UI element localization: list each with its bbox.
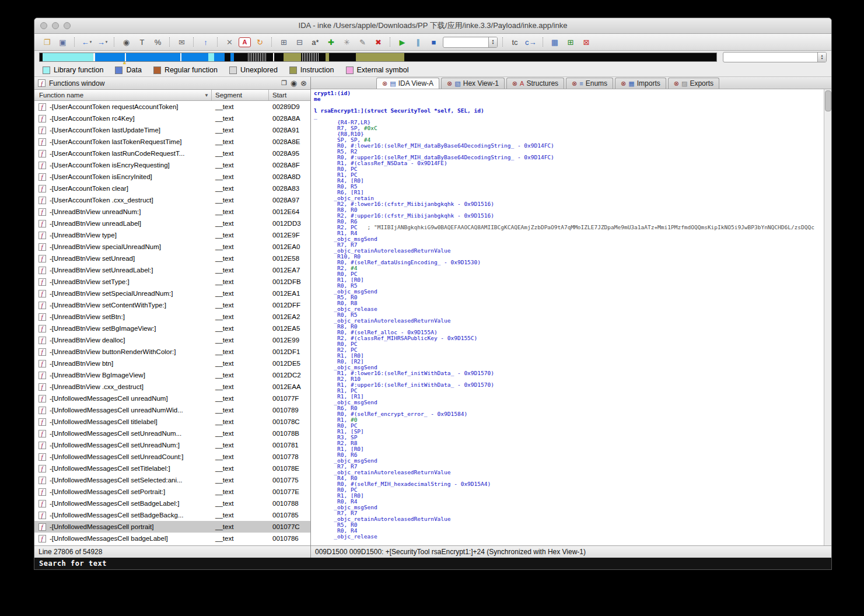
stepper-icon[interactable]: ▴▾ bbox=[488, 37, 497, 47]
edit-function-button[interactable]: ✎ bbox=[356, 36, 369, 48]
disasm-line[interactable]: R1, #(classRef_NSData - 0x9D14FE) bbox=[314, 160, 823, 166]
pause-button[interactable]: ∥ bbox=[411, 36, 425, 48]
jump-entry-button[interactable]: ✳ bbox=[340, 36, 354, 48]
xref-button[interactable]: ✕ bbox=[223, 36, 236, 48]
trace-button[interactable]: tc bbox=[508, 36, 522, 48]
disasm-line[interactable]: _objc_retainAutoreleasedReturnValue bbox=[314, 470, 823, 475]
produce-file-button[interactable]: ✉ bbox=[175, 36, 188, 48]
disasm-line[interactable]: R1, [R0] bbox=[314, 446, 823, 452]
function-row[interactable]: f-[UnreadBtnView .cxx_destruct]__text001… bbox=[34, 381, 310, 393]
zoom-button[interactable] bbox=[64, 22, 71, 29]
search-sequence-button[interactable]: % bbox=[151, 36, 165, 48]
function-row[interactable]: f-[UnreadBtnView setContentWithType:]__t… bbox=[34, 299, 310, 311]
function-row[interactable]: f-[UserAccountToken lastTokenRequestTime… bbox=[34, 136, 310, 148]
disasm-line[interactable]: R0, PC bbox=[314, 341, 823, 347]
function-row[interactable]: f-[UnreadBtnView setBtn:]__text0012EA2 bbox=[34, 311, 310, 323]
disasm-line[interactable]: _objc_retainAutoreleasedReturnValue bbox=[314, 516, 823, 522]
disasm-line[interactable]: _objc_release bbox=[314, 306, 823, 312]
function-row[interactable]: f-[UnfollowedMessagesCell setUnreadCount… bbox=[34, 451, 310, 463]
disasm-line[interactable]: R2, #(classRef_MIHRSAPublicKey - 0x9D155… bbox=[314, 335, 823, 341]
disasm-line[interactable]: R0, #(selRef_dataUsingEncoding_ - 0x9D15… bbox=[314, 260, 823, 265]
tab-structures[interactable]: ⊗AStructures bbox=[506, 78, 564, 89]
disasm-line[interactable]: R1, [SP] bbox=[314, 429, 823, 435]
navigate-forward-button[interactable]: →▾ bbox=[96, 36, 109, 48]
calculator-hex-button[interactable]: ⊟ bbox=[293, 36, 306, 48]
tab-close-icon[interactable]: ⊗ bbox=[382, 80, 387, 87]
disasm-line[interactable]: _objc_msgSend bbox=[314, 458, 823, 464]
function-row[interactable]: f-[UnreadBtnView buttonRenderWithColor:]… bbox=[34, 346, 310, 358]
disasm-line[interactable]: _objc_msgSend bbox=[314, 289, 823, 295]
disasm-line[interactable]: R3, SP bbox=[314, 435, 823, 440]
function-row[interactable]: f-[UnfollowedMessagesCell setBadgeBackg.… bbox=[34, 509, 310, 521]
disasm-line[interactable]: R4, [R0] bbox=[314, 178, 823, 184]
rename-button[interactable]: a* bbox=[309, 36, 322, 48]
add-function-button[interactable]: ✚ bbox=[324, 36, 338, 48]
disasm-line[interactable]: R0, R5 bbox=[314, 283, 823, 289]
disasm-line[interactable]: _objc_release bbox=[314, 534, 823, 540]
minimize-button[interactable] bbox=[52, 22, 59, 29]
disassembly-view[interactable]: crypt1:(id)me l rsaEncrypt1:](struct Sec… bbox=[311, 89, 831, 545]
panel-maximize-icon[interactable]: ❐ bbox=[281, 79, 287, 87]
function-row[interactable]: f-[UnreadBtnView BgImageView]__text0012D… bbox=[34, 369, 310, 381]
function-row[interactable]: f-[UserAccountToken isEncryRequesting]__… bbox=[34, 159, 310, 171]
jump-up-button[interactable]: ↑ bbox=[199, 36, 212, 48]
function-row[interactable]: f-[UnreadBtnView specialUnreadNum]__text… bbox=[34, 241, 310, 253]
column-function-name[interactable]: Function name ▼ bbox=[34, 90, 212, 100]
disasm-line[interactable]: _objc_retainAutoreleasedReturnValue bbox=[314, 318, 823, 324]
function-row[interactable]: f-[UnreadBtnView unreadLabel]__text0012D… bbox=[34, 218, 310, 229]
panel-close-icon[interactable]: ⊗ bbox=[300, 79, 307, 88]
tab-hex-view-1[interactable]: ⊗▧Hex View-1 bbox=[441, 78, 505, 89]
function-row[interactable]: f-[UnfollowedMessagesCell unreadNumWid..… bbox=[34, 404, 310, 416]
disasm-line[interactable]: R0, R8 bbox=[314, 300, 823, 306]
stop-button[interactable]: ■ bbox=[427, 36, 440, 48]
tab-close-icon[interactable]: ⊗ bbox=[512, 80, 517, 87]
tab-close-icon[interactable]: ⊗ bbox=[674, 80, 679, 87]
disasm-line[interactable]: _objc_msgSend bbox=[314, 400, 823, 405]
function-row[interactable]: f-[UnfollowedMessagesCell setTitlelabel:… bbox=[34, 463, 310, 474]
disasm-line[interactable]: R2, #:lower16:(cfstr_Miibijanbgkqhk - 0x… bbox=[314, 201, 823, 207]
scrollbar-thumb[interactable] bbox=[825, 90, 831, 111]
tab-exports[interactable]: ⊗▨Exports bbox=[668, 78, 719, 89]
navigation-band[interactable]: ▲ bbox=[39, 52, 717, 62]
function-row[interactable]: f-[UnfollowedMessagesCell setBadgeLabel:… bbox=[34, 498, 310, 509]
navband-position-marker[interactable]: ▲ bbox=[123, 60, 127, 65]
jump-address-combobox[interactable]: ▴▾ bbox=[723, 52, 827, 62]
disassembly-scrollbar[interactable] bbox=[824, 89, 831, 545]
disasm-line[interactable]: R0, R5 bbox=[314, 184, 823, 190]
functions-window-titlebar[interactable]: f Functions window ❐ ◉ ⊗ bbox=[34, 77, 310, 90]
function-row[interactable]: f-[UnfollowedMessagesCell setPortrait:]_… bbox=[34, 486, 310, 498]
stepper-icon[interactable]: ▴▾ bbox=[817, 52, 826, 62]
open-file-button[interactable]: ❐ bbox=[40, 36, 54, 48]
function-row[interactable]: f-[UnreadBtnView dealloc]__text0012E99 bbox=[34, 334, 310, 346]
open-structures-button[interactable]: ▦ bbox=[548, 36, 562, 48]
disasm-line[interactable]: _objc_msgSend bbox=[314, 236, 823, 242]
function-row[interactable]: f-[UserAccountToken isEncryInited]__text… bbox=[34, 171, 310, 183]
disasm-line[interactable]: R5, R0 bbox=[314, 522, 823, 528]
disasm-line[interactable]: R7, SP, #0xC bbox=[314, 125, 823, 131]
delete-structure-button[interactable]: ⊠ bbox=[580, 36, 593, 48]
compile-button[interactable]: c→ bbox=[524, 36, 538, 48]
run-button[interactable]: ▶ bbox=[396, 36, 409, 48]
tab-ida-view-a[interactable]: ⊗▤IDA View-A bbox=[376, 78, 439, 89]
tab-close-icon[interactable]: ⊗ bbox=[447, 80, 452, 87]
disasm-line[interactable]: me bbox=[314, 96, 823, 102]
disasm-line[interactable]: _objc_retainAutoreleasedReturnValue bbox=[314, 248, 823, 254]
disasm-line[interactable]: R0, #:lower16:(selRef_MIH_dataByBase64De… bbox=[314, 143, 823, 149]
tab-close-icon[interactable]: ⊗ bbox=[621, 80, 626, 87]
function-row[interactable]: f-[UserAccountToken .cxx_destruct]__text… bbox=[34, 194, 310, 206]
disasm-line[interactable]: R1, [R0] bbox=[314, 277, 823, 283]
function-row[interactable]: f-[UnreadBtnView setType:]__text0012DFB bbox=[34, 276, 310, 288]
disasm-line[interactable]: R0, [R2] bbox=[314, 359, 823, 365]
disasm-line[interactable]: crypt1:(id) bbox=[314, 90, 823, 96]
function-row[interactable]: f-[UnreadBtnView type]__text0012E9F bbox=[34, 229, 310, 241]
debugger-combobox[interactable]: ▴▾ bbox=[443, 37, 498, 48]
disasm-line[interactable]: R0, #(selRef_encrypt_error_ - 0x9D1584) bbox=[314, 411, 823, 417]
disasm-line[interactable]: _ bbox=[314, 114, 823, 120]
function-row[interactable]: f-[UnreadBtnView unreadNum:]__text0012E6… bbox=[34, 206, 310, 218]
function-row[interactable]: f-[UnreadBtnView btn]__text0012DE5 bbox=[34, 358, 310, 369]
disasm-line[interactable]: R2, PC bbox=[314, 347, 823, 353]
tab-imports[interactable]: ⊗▦Imports bbox=[615, 78, 666, 89]
function-row[interactable]: f-[UnreadBtnView setUnread]__text0012E58 bbox=[34, 253, 310, 264]
disasm-line[interactable]: _objc_msgSend bbox=[314, 505, 823, 510]
bottom-search-bar[interactable]: Search for text bbox=[34, 558, 831, 569]
